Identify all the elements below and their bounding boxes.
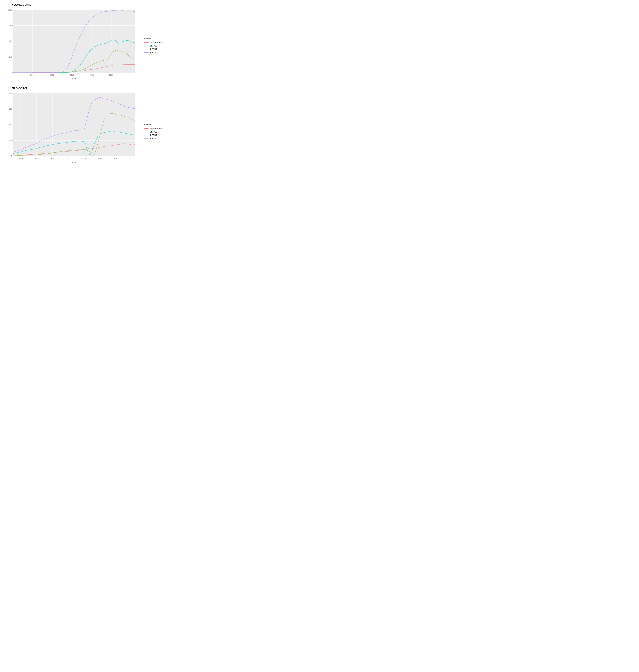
legend-item-simple-2: SIMPLE — [144, 131, 166, 133]
legend-label-simple-2: SIMPLE — [150, 131, 157, 133]
legend-item-restricted-2: RESTRICTED — [144, 127, 166, 130]
svg-text:2020: 2020 — [114, 157, 118, 159]
young-coins-legend: Series RESTRICTED SIMPLE 1 CENT TOTAL — [143, 3, 166, 82]
legend-line-1cent-1 — [144, 49, 149, 49]
old-coins-legend-title: Series — [144, 123, 166, 126]
legend-line-1cent-2 — [144, 135, 149, 136]
legend-line-restricted-2 — [144, 128, 149, 129]
svg-text:800: 800 — [9, 92, 12, 94]
svg-text:250: 250 — [9, 56, 12, 58]
svg-text:2014: 2014 — [19, 157, 23, 159]
svg-text:400: 400 — [9, 124, 12, 126]
svg-text:600: 600 — [9, 108, 12, 110]
svg-text:2017: 2017 — [50, 74, 54, 76]
old-coins-wrapper: OLD COINS — [3, 87, 166, 170]
legend-item-total-2: TOTAL — [144, 138, 166, 140]
legend-item-restricted-1: RESTRICTED — [144, 41, 166, 44]
svg-text:Year: Year — [72, 78, 76, 80]
svg-text:2020: 2020 — [109, 74, 113, 76]
old-coins-legend: Series RESTRICTED SIMPLE 1 CENT TOTAL — [143, 87, 166, 170]
legend-label-total-1: TOTAL — [150, 51, 156, 54]
svg-text:500: 500 — [9, 40, 12, 42]
legend-item-simple-1: SIMPLE — [144, 45, 166, 47]
legend-line-simple-1 — [144, 46, 149, 46]
legend-label-total-2: TOTAL — [150, 138, 156, 140]
old-coins-title: OLD COINS — [12, 87, 143, 90]
legend-label-1cent-2: 1 CENT — [150, 134, 157, 137]
legend-line-simple-2 — [144, 132, 149, 132]
young-coins-title: YOUNG COINS — [12, 3, 143, 6]
svg-text:750: 750 — [9, 25, 12, 27]
svg-text:2016: 2016 — [30, 74, 34, 76]
old-coins-area: OLD COINS — [3, 87, 143, 170]
svg-text:2015: 2015 — [34, 157, 38, 159]
legend-item-total-1: TOTAL — [144, 51, 166, 54]
chart-container: YOUNG COINS — [3, 3, 166, 170]
legend-label-1cent-1: 1 CENT — [150, 48, 157, 50]
svg-text:1000: 1000 — [8, 9, 12, 11]
legend-line-total-1 — [144, 52, 149, 53]
young-coins-svg: 0 250 500 750 1000 2016 2017 2018 2019 2… — [3, 8, 143, 81]
legend-item-1cent-2: 1 CENT — [144, 134, 166, 137]
svg-text:0: 0 — [11, 155, 12, 157]
young-coins-area: YOUNG COINS — [3, 3, 143, 82]
legend-item-1cent-1: 1 CENT — [144, 48, 166, 50]
legend-line-restricted-1 — [144, 42, 149, 43]
svg-text:2016: 2016 — [50, 157, 54, 159]
legend-label-simple-1: SIMPLE — [150, 45, 157, 47]
svg-text:Year: Year — [72, 161, 76, 163]
svg-text:2018: 2018 — [70, 74, 74, 76]
legend-label-restricted-2: RESTRICTED — [150, 127, 163, 130]
svg-text:2018: 2018 — [82, 157, 86, 159]
old-coins-svg: 0 200 400 600 800 2014 2015 2016 2017 20… — [3, 92, 143, 170]
svg-text:200: 200 — [9, 139, 12, 141]
svg-text:2017: 2017 — [66, 157, 70, 159]
svg-text:2019: 2019 — [98, 157, 102, 159]
young-coins-legend-title: Series — [144, 37, 166, 40]
legend-line-total-2 — [144, 139, 149, 139]
legend-label-restricted-1: RESTRICTED — [150, 41, 163, 44]
young-coins-wrapper: YOUNG COINS — [3, 3, 166, 82]
svg-text:0: 0 — [11, 72, 12, 74]
svg-text:2019: 2019 — [90, 74, 94, 76]
